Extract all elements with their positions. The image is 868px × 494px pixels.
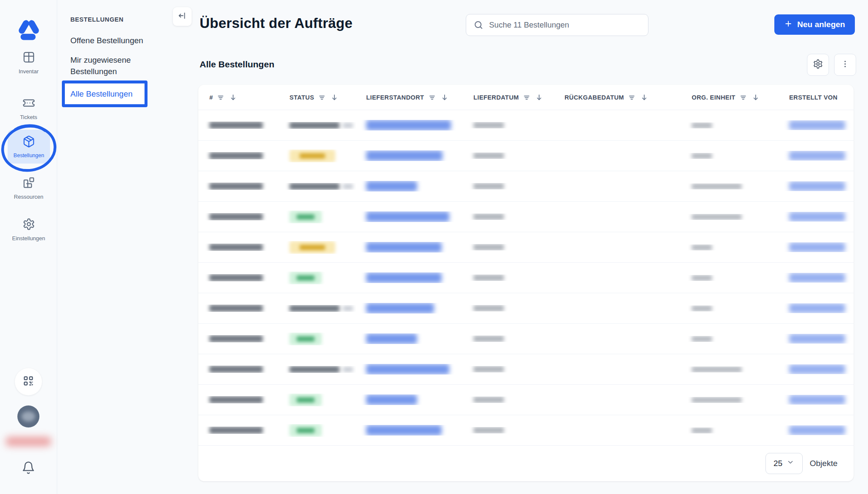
notifications-button[interactable]	[22, 461, 35, 476]
table-cell	[275, 211, 356, 223]
creator-link-redacted[interactable]	[789, 395, 845, 405]
column-label: LIEFERSTANDORT	[366, 94, 424, 101]
location-link-redacted[interactable]	[366, 394, 417, 405]
status-badge[interactable]	[289, 305, 353, 312]
filter-icon[interactable]	[428, 93, 437, 102]
creator-link-redacted[interactable]	[789, 181, 845, 191]
subnav-item-offene-bestellungen[interactable]: Offene Bestellungen	[70, 35, 143, 46]
table-cell	[464, 366, 555, 372]
column-header-lieferdatum[interactable]: LIEFERDATUM	[464, 93, 555, 102]
nav-item-einstellungen[interactable]: Einstellungen	[0, 218, 57, 241]
table-cell	[275, 366, 356, 373]
status-badge[interactable]	[289, 150, 335, 162]
creator-link-redacted[interactable]	[789, 273, 845, 283]
location-link-redacted[interactable]	[366, 150, 442, 161]
status-badge[interactable]	[289, 211, 322, 223]
nav-item-inventar[interactable]: Inventar	[0, 51, 57, 75]
location-link-redacted[interactable]	[366, 242, 442, 253]
table-row[interactable]	[198, 202, 854, 232]
creator-link-redacted[interactable]	[789, 120, 845, 130]
status-badge[interactable]	[289, 183, 353, 190]
table-row[interactable]	[198, 415, 854, 446]
status-badge[interactable]	[289, 394, 322, 406]
table-cell	[356, 120, 464, 130]
table-row[interactable]	[198, 324, 854, 354]
table-cell	[275, 333, 356, 345]
status-badge[interactable]	[289, 122, 353, 129]
status-chevron-redacted	[343, 184, 353, 189]
table-cell	[682, 336, 780, 342]
filter-icon[interactable]	[739, 93, 748, 102]
sort-icon[interactable]	[440, 93, 449, 102]
creator-link-redacted[interactable]	[789, 212, 845, 222]
create-order-button[interactable]: Neu anlegen	[774, 14, 855, 35]
creator-link-redacted[interactable]	[789, 303, 845, 313]
table-row[interactable]	[198, 171, 854, 202]
location-link-redacted[interactable]	[366, 272, 442, 283]
create-order-label: Neu anlegen	[797, 20, 845, 29]
status-text-redacted	[289, 122, 339, 129]
table-row[interactable]	[198, 263, 854, 293]
status-badge[interactable]	[289, 241, 335, 254]
creator-link-redacted[interactable]	[789, 364, 845, 374]
location-link-redacted[interactable]	[366, 425, 442, 436]
creator-link-redacted[interactable]	[789, 334, 845, 344]
status-badge[interactable]	[289, 366, 353, 373]
subnav-item-mir-zugewiesene-bestellungen[interactable]: Mir zugewiesene Bestellungen	[70, 54, 160, 77]
blocks-icon	[22, 176, 35, 191]
table-row[interactable]	[198, 110, 854, 141]
status-badge[interactable]	[289, 333, 322, 345]
location-link-redacted[interactable]	[366, 303, 434, 314]
filter-icon[interactable]	[523, 93, 531, 102]
column-header-#[interactable]: #	[198, 93, 275, 102]
subnav-item-alle-bestellungen[interactable]: Alle Bestellungen	[70, 89, 133, 99]
table-more-button[interactable]	[834, 54, 856, 76]
objects-label: Objekte	[810, 459, 837, 468]
table-row[interactable]	[198, 293, 854, 324]
table-row[interactable]	[198, 354, 854, 385]
location-link-redacted[interactable]	[366, 181, 417, 191]
location-link-redacted[interactable]	[366, 120, 451, 130]
sort-icon[interactable]	[751, 93, 760, 102]
status-badge[interactable]	[289, 424, 322, 437]
sort-icon[interactable]	[640, 93, 648, 102]
delivery-date-redacted	[473, 336, 504, 342]
column-header-erstellt-von[interactable]: ERSTELLT VON	[780, 94, 854, 101]
order-ref-redacted	[209, 427, 263, 434]
column-header-r-ckgabedatum[interactable]: RÜCKGABEDATUM	[555, 93, 682, 102]
nav-item-label: Bestellungen	[14, 153, 44, 158]
creator-link-redacted[interactable]	[789, 242, 845, 252]
creator-link-redacted[interactable]	[789, 425, 845, 435]
location-link-redacted[interactable]	[366, 333, 417, 344]
page-size-select[interactable]: 25	[765, 453, 803, 474]
column-header-org-einheit[interactable]: ORG. EINHEIT	[682, 93, 780, 102]
delivery-date-redacted	[473, 427, 504, 433]
location-link-redacted[interactable]	[366, 211, 449, 222]
creator-link-redacted[interactable]	[789, 151, 845, 161]
qr-scan-button[interactable]	[15, 368, 42, 395]
table-row[interactable]	[198, 232, 854, 263]
nav-item-bestellungen[interactable]: Bestellungen	[8, 130, 50, 164]
column-header-status[interactable]: STATUS	[275, 93, 356, 102]
table-settings-button[interactable]	[807, 54, 829, 76]
filter-icon[interactable]	[628, 93, 636, 102]
collapse-sidebar-button[interactable]	[173, 7, 192, 26]
table-row[interactable]	[198, 141, 854, 171]
nav-item-tickets[interactable]: Tickets	[0, 97, 57, 120]
table-cell	[198, 366, 275, 373]
sort-icon[interactable]	[535, 93, 543, 102]
filter-icon[interactable]	[318, 93, 326, 102]
sort-icon[interactable]	[330, 93, 339, 102]
order-ref-redacted	[209, 305, 263, 312]
app-logo[interactable]	[14, 15, 44, 42]
search-input[interactable]	[466, 14, 648, 36]
user-avatar[interactable]	[17, 405, 39, 427]
filter-icon[interactable]	[217, 93, 225, 102]
sort-icon[interactable]	[229, 93, 237, 102]
nav-item-ressourcen[interactable]: Ressourcen	[0, 176, 57, 200]
location-link-redacted[interactable]	[366, 364, 449, 375]
table-row[interactable]	[198, 385, 854, 415]
table-cell	[682, 305, 780, 311]
status-badge[interactable]	[289, 272, 322, 284]
column-header-lieferstandort[interactable]: LIEFERSTANDORT	[356, 93, 464, 102]
